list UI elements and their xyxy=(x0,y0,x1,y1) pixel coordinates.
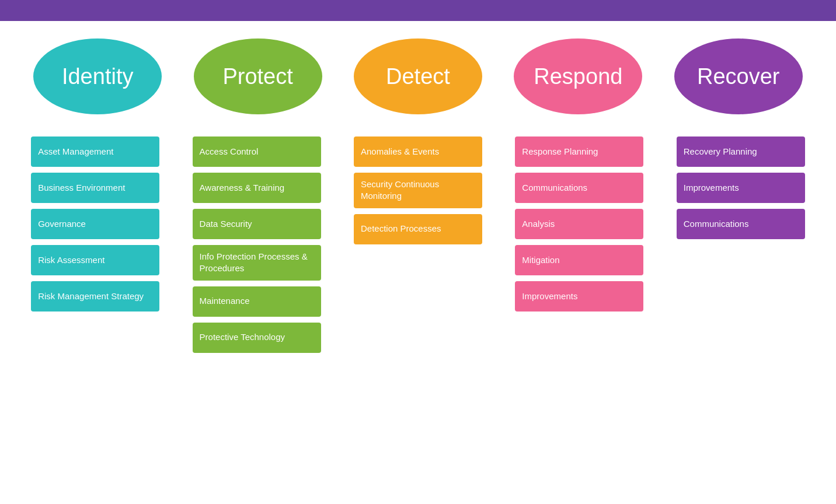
card-detect: Anomalies & Events xyxy=(354,136,482,167)
card-identity: Risk Assessment xyxy=(31,245,159,275)
columns-row: Asset ManagementBusiness EnvironmentGove… xyxy=(18,136,818,353)
card-identity: Risk Management Strategy xyxy=(31,281,159,312)
card-protect: Info Protection Processes & Procedures xyxy=(193,245,321,281)
column-protect: Access ControlAwareness & TrainingData S… xyxy=(193,136,321,353)
card-protect: Maintenance xyxy=(193,286,321,317)
card-detect: Detection Processes xyxy=(354,214,482,244)
oval-protect: Protect xyxy=(194,38,322,114)
card-recover: Communications xyxy=(677,209,805,239)
card-identity: Governance xyxy=(31,209,159,239)
card-identity: Business Environment xyxy=(31,173,159,203)
card-respond: Response Planning xyxy=(515,136,643,167)
card-recover: Improvements xyxy=(677,173,805,203)
card-recover: Recovery Planning xyxy=(677,136,805,167)
card-respond: Improvements xyxy=(515,281,643,312)
header xyxy=(0,0,836,21)
column-identity: Asset ManagementBusiness EnvironmentGove… xyxy=(31,136,159,312)
card-identity: Asset Management xyxy=(31,136,159,167)
card-protect: Protective Technology xyxy=(193,323,321,353)
column-recover: Recovery PlanningImprovementsCommunicati… xyxy=(677,136,805,239)
oval-recover: Recover xyxy=(674,38,803,114)
card-protect: Awareness & Training xyxy=(193,173,321,203)
column-respond: Response PlanningCommunicationsAnalysisM… xyxy=(515,136,643,312)
card-protect: Data Security xyxy=(193,209,321,239)
card-respond: Communications xyxy=(515,173,643,203)
ovals-row: IdentityProtectDetectRespondRecover xyxy=(18,33,818,120)
card-respond: Analysis xyxy=(515,209,643,239)
card-respond: Mitigation xyxy=(515,245,643,275)
oval-detect: Detect xyxy=(354,38,482,114)
card-detect: Security Continuous Monitoring xyxy=(354,173,482,208)
column-detect: Anomalies & EventsSecurity Continuous Mo… xyxy=(354,136,482,244)
card-protect: Access Control xyxy=(193,136,321,167)
oval-identity: Identity xyxy=(33,38,162,114)
oval-respond: Respond xyxy=(514,38,642,114)
